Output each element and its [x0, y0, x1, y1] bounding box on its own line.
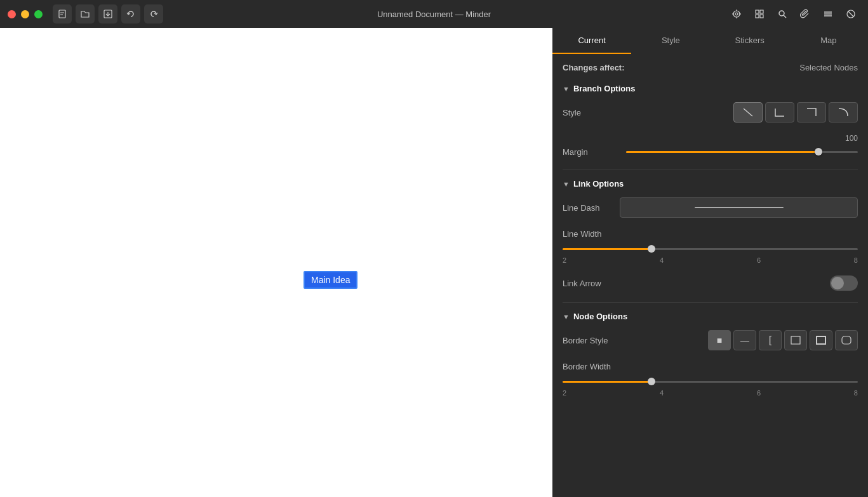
- svg-rect-13: [756, 15, 759, 18]
- tick-4: 4: [660, 256, 664, 264]
- branch-options-title: Branch Options: [573, 84, 636, 93]
- undo-button[interactable]: [121, 4, 140, 23]
- svg-line-22: [744, 109, 752, 116]
- line-dash-label: Line Dash: [563, 203, 620, 213]
- attach-icon-button[interactable]: [796, 4, 815, 23]
- border-width-tick-labels: 2 4 6 8: [563, 389, 858, 397]
- node-options-chevron: ▼: [563, 313, 570, 321]
- svg-line-21: [848, 11, 853, 17]
- link-arrow-knob: [831, 277, 844, 289]
- border-style-buttons: ■ — [: [708, 330, 858, 350]
- border-btn-none[interactable]: ■: [708, 330, 731, 350]
- close-button[interactable]: [8, 10, 16, 18]
- link-arrow-toggle[interactable]: [830, 275, 858, 291]
- svg-rect-12: [760, 10, 763, 13]
- tab-map[interactable]: Map: [789, 28, 868, 54]
- panel-tabs: Current Style Stickers Map: [552, 28, 868, 54]
- node-options-header[interactable]: ▼ Node Options: [563, 312, 858, 321]
- bw-tick-2: 2: [563, 389, 566, 397]
- menu-icon-button[interactable]: [818, 4, 838, 23]
- changes-affect-value: Selected Nodes: [799, 63, 858, 72]
- titlebar-right-actions: [727, 4, 860, 23]
- svg-point-5: [733, 11, 740, 17]
- changes-affect-label: Changes affect:: [563, 63, 625, 72]
- bw-tick-8: 8: [854, 389, 858, 397]
- divider-2: [563, 302, 858, 303]
- border-width-thumb[interactable]: [648, 378, 655, 385]
- border-width-track-area[interactable]: [563, 375, 858, 388]
- tab-current[interactable]: Current: [552, 28, 631, 54]
- line-dash-preview: [695, 207, 784, 208]
- border-btn-rect-bold[interactable]: [810, 330, 832, 350]
- line-dash-control[interactable]: [620, 197, 858, 218]
- border-width-row: Border Width 2 4 6 8: [563, 362, 858, 397]
- canvas-area[interactable]: Main Idea: [0, 28, 552, 497]
- border-btn-round[interactable]: [835, 330, 858, 350]
- line-width-fill: [563, 248, 651, 250]
- new-doc-button[interactable]: [53, 4, 72, 23]
- grid-icon-button[interactable]: [750, 4, 769, 23]
- branch-style-label: Style: [563, 108, 620, 117]
- line-width-tick-labels: 2 4 6 8: [563, 256, 858, 264]
- right-panel: Current Style Stickers Map Changes affec…: [552, 28, 868, 497]
- margin-slider[interactable]: [626, 145, 858, 158]
- margin-thumb[interactable]: [815, 148, 822, 156]
- margin-value-row: 100: [563, 134, 858, 143]
- target-icon-button[interactable]: [727, 4, 746, 23]
- tick-8: 8: [854, 256, 858, 264]
- export-button[interactable]: [98, 4, 117, 23]
- minimize-button[interactable]: [21, 10, 29, 18]
- main-content: Main Idea Current Style Stickers Map Cha…: [0, 28, 868, 497]
- history-icon-button[interactable]: [841, 4, 860, 23]
- branch-style-btn-4[interactable]: [829, 102, 858, 123]
- svg-line-16: [784, 15, 786, 18]
- bw-tick-6: 6: [757, 389, 761, 397]
- node-options-title: Node Options: [573, 312, 627, 321]
- border-width-track: [563, 381, 858, 383]
- line-width-thumb[interactable]: [648, 245, 655, 253]
- line-dash-row: Line Dash: [563, 197, 858, 218]
- link-arrow-row: Link Arrow: [563, 275, 858, 291]
- maximize-button[interactable]: [34, 10, 43, 18]
- line-width-slider-container: 2 4 6 8: [563, 242, 858, 264]
- line-width-row: Line Width 2 4 6 8: [563, 229, 858, 264]
- border-style-row: Border Style ■ — [: [563, 330, 858, 350]
- border-btn-line[interactable]: —: [733, 330, 756, 350]
- margin-value: 100: [845, 134, 858, 143]
- branch-style-btn-3[interactable]: [797, 102, 826, 123]
- margin-fill: [626, 151, 818, 153]
- margin-label: Margin: [563, 147, 620, 157]
- toolbar-actions: [53, 4, 163, 23]
- margin-section: 100 Margin: [563, 134, 858, 158]
- border-style-label: Border Style: [563, 336, 620, 345]
- redo-button[interactable]: [144, 4, 163, 23]
- border-width-label: Border Width: [563, 362, 620, 371]
- window-controls: [8, 10, 43, 18]
- main-idea-node[interactable]: Main Idea: [304, 271, 357, 289]
- open-doc-button[interactable]: [76, 4, 95, 23]
- tick-2: 2: [563, 256, 566, 264]
- branch-style-btn-2[interactable]: [765, 102, 794, 123]
- svg-point-15: [779, 11, 784, 16]
- link-options-title: Link Options: [573, 179, 624, 189]
- link-options-chevron: ▼: [563, 180, 570, 188]
- divider-1: [563, 169, 858, 170]
- svg-rect-23: [791, 336, 800, 344]
- tab-stickers[interactable]: Stickers: [711, 28, 789, 54]
- border-width-fill: [563, 381, 651, 383]
- link-options-header[interactable]: ▼ Link Options: [563, 179, 858, 189]
- svg-rect-0: [59, 10, 65, 18]
- branch-options-chevron: ▼: [563, 85, 570, 93]
- border-btn-bracket[interactable]: [: [759, 330, 782, 350]
- line-width-track-area[interactable]: [563, 242, 858, 255]
- line-width-label: Line Width: [563, 229, 620, 239]
- branch-options-header[interactable]: ▼ Branch Options: [563, 84, 858, 93]
- link-arrow-label: Link Arrow: [563, 279, 620, 288]
- border-btn-rect[interactable]: [784, 330, 807, 350]
- margin-track: [626, 151, 858, 153]
- window-title: Unnamed Document — Minder: [377, 10, 491, 19]
- search-icon-button[interactable]: [773, 4, 792, 23]
- svg-rect-11: [756, 10, 759, 13]
- tab-style[interactable]: Style: [631, 28, 710, 54]
- branch-style-btn-1[interactable]: [733, 102, 763, 123]
